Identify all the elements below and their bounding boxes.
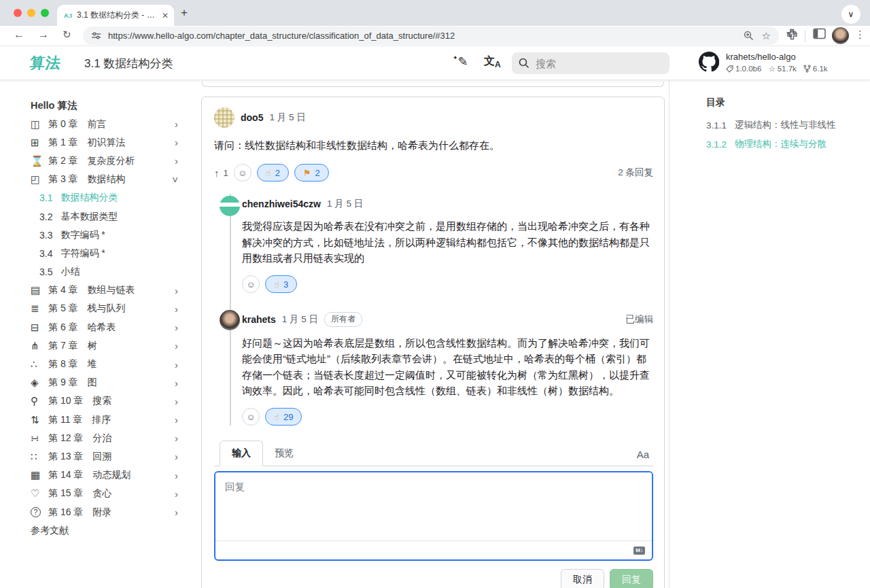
sidebar-item[interactable]: ⌛ 第 2 章 复杂度分析 › [31, 152, 185, 170]
sidebar-item[interactable]: ◰ 第 3 章 数据结构 ˅ [31, 171, 185, 189]
chevron-icon[interactable]: › [175, 377, 185, 389]
owner-badge: 所有者 [324, 312, 362, 327]
chapter-icon: ≣ [31, 302, 48, 315]
chevron-icon[interactable]: › [175, 118, 185, 130]
upvote-button[interactable]: ↑ 1 [214, 167, 228, 179]
sidebar-item[interactable]: ◫ 第 0 章 前言 › [31, 115, 185, 133]
chevron-icon[interactable]: › [175, 470, 185, 481]
chevron-icon[interactable]: › [175, 137, 185, 148]
chevron-icon[interactable]: ˅ [172, 174, 185, 186]
chapter-icon: ∺ [31, 432, 48, 445]
search-input[interactable] [536, 58, 644, 69]
site-settings-icon[interactable] [91, 31, 101, 41]
chevron-icon[interactable]: › [175, 396, 185, 407]
reply-editor: 输入 预览 Aa M↓ 取消 回复 [214, 440, 653, 588]
sidebar-item[interactable]: 3.5 小结 [31, 263, 185, 281]
reply-textarea[interactable] [215, 472, 652, 540]
chevron-icon[interactable]: › [175, 432, 185, 444]
reaction-pill-thumbs-up[interactable]: ☝ 2 [257, 164, 289, 181]
sidebar-item[interactable]: 3.4 字符编码 * [31, 244, 185, 262]
site-logo[interactable]: 算法 [29, 53, 62, 73]
chevron-icon[interactable]: › [175, 322, 185, 333]
sidebar-item[interactable]: ▦ 第 14 章 动态规划 › [31, 466, 185, 485]
tab-preview[interactable]: 预览 [263, 441, 305, 466]
sidebar-item[interactable]: ⋔ 第 7 章 树 › [31, 336, 185, 355]
translate-icon[interactable]: 文A [484, 54, 501, 69]
toc-item[interactable]: 3.1.2 物理结构：连续与分散 [706, 135, 863, 154]
minimize-window-button[interactable] [27, 9, 35, 17]
theme-toggle-icon[interactable]: ✦✎ [453, 54, 468, 69]
chevron-icon[interactable]: › [175, 414, 185, 426]
text-format-button[interactable]: Aa [637, 449, 653, 466]
reply-author[interactable]: krahets [242, 314, 276, 325]
tag-icon [726, 65, 733, 73]
avatar[interactable] [220, 310, 240, 330]
chevron-icon[interactable]: › [175, 340, 185, 351]
star-icon: ☆ [768, 64, 775, 73]
close-window-button[interactable] [14, 9, 22, 17]
search-box[interactable] [512, 52, 669, 74]
fullscreen-window-button[interactable] [41, 9, 49, 17]
comment-author[interactable]: doo5 [241, 112, 263, 123]
sidebar-item[interactable]: ◈ 第 9 章 图 › [31, 374, 185, 392]
reply-footer: ☺ ☝ 29 [242, 408, 653, 426]
sidebar-item[interactable]: ⇅ 第 11 章 排序 › [31, 411, 185, 429]
browser-menu-icon[interactable]: ⋮ [855, 29, 865, 41]
reaction-pill-party[interactable]: ⚑ 2 [294, 164, 329, 181]
url-text[interactable]: https://www.hello-algo.com/chapter_data_… [108, 31, 734, 41]
new-tab-button[interactable]: + [181, 6, 188, 20]
chevron-icon[interactable]: › [175, 506, 185, 518]
sidebar-item[interactable]: ∷ 第 13 章 回溯 › [31, 447, 185, 466]
chevron-icon[interactable]: › [175, 488, 185, 500]
forward-button[interactable]: → [38, 29, 49, 41]
sidebar-item[interactable]: 3.2 基本数据类型 [31, 207, 185, 226]
markdown-icon[interactable]: M↓ [633, 547, 645, 555]
sidebar-item[interactable]: ≣ 第 5 章 栈与队列 › [31, 300, 185, 318]
tab-overflow-chevron-icon[interactable]: ∨ [841, 5, 860, 24]
sidebar-item[interactable]: ⚲ 第 10 章 搜索 › [31, 392, 185, 411]
chapter-icon: ♡ [31, 487, 48, 500]
add-reaction-button[interactable]: ☺ [234, 164, 251, 181]
reload-button[interactable]: ↻ [63, 29, 71, 41]
sidebar-item[interactable]: 参考文献 [31, 521, 185, 540]
sidebar-item[interactable]: ⊞ 第 1 章 初识算法 › [31, 133, 185, 152]
sidebar-item[interactable]: ∺ 第 12 章 分治 › [31, 429, 185, 447]
tab-write[interactable]: 输入 [220, 440, 263, 466]
sidebar-item[interactable]: ∴ 第 8 章 堆 › [31, 355, 185, 373]
sidebar-item[interactable]: 3.3 数字编码 * [31, 226, 185, 244]
zoom-icon[interactable] [744, 31, 754, 41]
reply-author[interactable]: chenzhiwei54czw [242, 198, 321, 209]
reaction-pill-thumbs-up[interactable]: ☝ 3 [265, 275, 297, 293]
sidebar-item[interactable]: 3.1 数据结构分类 [31, 189, 185, 207]
toc-item[interactable]: 3.1.1 逻辑结构：线性与非线性 [706, 116, 863, 135]
add-reaction-button[interactable]: ☺ [242, 275, 260, 293]
back-button[interactable]: ← [14, 29, 24, 41]
reaction-pill-thumbs-up[interactable]: ☝ 29 [265, 408, 302, 426]
address-bar[interactable]: https://www.hello-algo.com/chapter_data_… [83, 27, 779, 45]
browser-tab[interactable]: A.t 3.1 数据结构分类 - Hello 算法 ✕ [57, 5, 174, 26]
toc-title: 目录 [706, 97, 863, 109]
sidebar-item[interactable]: ⊟ 第 6 章 哈希表 › [31, 318, 185, 336]
bookmark-star-icon[interactable]: ☆ [762, 30, 771, 42]
chevron-icon[interactable]: › [175, 155, 185, 167]
chevron-icon[interactable]: › [175, 451, 185, 462]
github-repo-link[interactable]: krahets/hello-algo 1.0.0b6 ☆51.7k 6.1k [699, 52, 828, 73]
chevron-icon[interactable]: › [175, 303, 185, 315]
comment-thread-card: doo5 1 月 5 日 请问：线性数据结构和非线性数据结构，哈希表为什么都存在… [201, 97, 665, 588]
browser-profile-avatar[interactable] [832, 27, 849, 44]
extensions-icon[interactable] [786, 28, 798, 40]
side-panel-icon[interactable] [813, 28, 826, 39]
avatar[interactable] [220, 196, 240, 216]
chevron-icon[interactable]: › [175, 285, 185, 296]
sidebar-item[interactable]: ▤ 第 4 章 数组与链表 › [31, 281, 185, 300]
sidebar-item[interactable]: ♡ 第 15 章 贪心 › [31, 485, 185, 503]
sidebar-item[interactable]: ? 第 16 章 附录 › [31, 503, 185, 521]
cancel-button[interactable]: 取消 [561, 569, 604, 588]
avatar[interactable] [214, 107, 234, 128]
add-reaction-button[interactable]: ☺ [242, 408, 260, 426]
reply-submit-button[interactable]: 回复 [610, 569, 653, 588]
tab-close-icon[interactable]: ✕ [162, 11, 169, 20]
repo-name: krahets/hello-algo [726, 52, 828, 62]
editor-footer: M↓ [215, 540, 652, 559]
chevron-icon[interactable]: › [175, 359, 185, 370]
